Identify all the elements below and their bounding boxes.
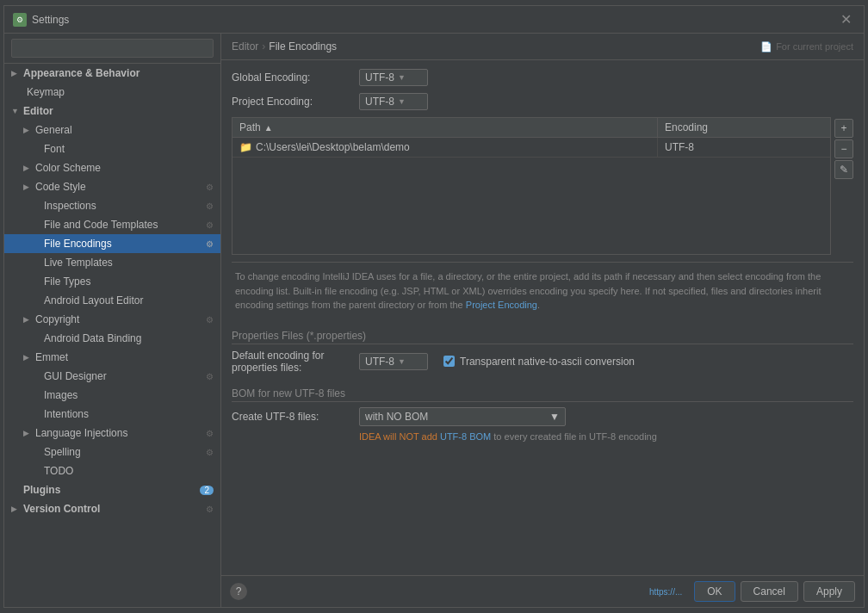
breadcrumb-separator: › — [262, 40, 265, 53]
path-value: C:\Users\lei\Desktop\belam\demo — [256, 141, 410, 153]
project-encoding-link[interactable]: Project Encoding — [466, 300, 537, 310]
sidebar-item-code-style[interactable]: ▶ Code Style ⚙ — [4, 177, 220, 196]
sidebar-item-label: Editor — [23, 105, 53, 117]
remove-row-button[interactable]: − — [834, 139, 853, 158]
sidebar-item-label: Version Control — [23, 503, 100, 515]
sidebar-item-plugins[interactable]: Plugins 2 — [4, 480, 220, 499]
settings-icon: ⚙ — [206, 220, 214, 230]
sidebar-item-android-layout-editor[interactable]: Android Layout Editor — [4, 291, 220, 310]
col-path-header: Path ▲ — [232, 118, 658, 137]
for-project-icon: 📄 — [760, 41, 772, 53]
bom-note-prefix: IDEA will NOT add — [359, 431, 440, 442]
sidebar-item-todo[interactable]: TODO — [4, 461, 220, 480]
sidebar-item-images[interactable]: Images — [4, 386, 220, 405]
transparent-checkbox[interactable] — [443, 356, 455, 367]
sidebar: ▶ Appearance & Behavior Keymap ▼ Editor … — [4, 34, 221, 607]
help-button[interactable]: ? — [230, 583, 247, 600]
content-area: Global Encoding: UTF-8 ▼ Project Encodin… — [221, 60, 864, 575]
sidebar-item-label: Intentions — [44, 408, 89, 420]
sidebar-item-label: Plugins — [23, 484, 60, 496]
breadcrumb-current: File Encodings — [269, 40, 337, 53]
sidebar-item-label: Keymap — [27, 86, 65, 98]
dropdown-arrow-icon: ▼ — [398, 357, 406, 366]
sort-arrow-icon: ▲ — [264, 123, 273, 133]
settings-icon: ⚙ — [206, 448, 214, 457]
sidebar-item-keymap[interactable]: Keymap — [4, 83, 220, 102]
properties-section-title: Properties Files (*.properties) — [232, 326, 853, 344]
sidebar-item-label: File Encodings — [44, 238, 112, 250]
sidebar-item-live-templates[interactable]: Live Templates — [4, 253, 220, 272]
sidebar-item-spelling[interactable]: Spelling ⚙ — [4, 443, 220, 461]
col-encoding-label: Encoding — [665, 121, 708, 133]
sidebar-item-intentions[interactable]: Intentions — [4, 405, 220, 424]
properties-encoding-value: UTF-8 — [365, 356, 394, 368]
ok-button[interactable]: OK — [694, 581, 735, 602]
settings-icon: ⚙ — [206, 315, 214, 325]
table-row[interactable]: 📁 C:\Users\lei\Desktop\belam\demo UTF-8 — [232, 138, 830, 158]
sidebar-item-file-types[interactable]: File Types — [4, 272, 220, 291]
sidebar-item-language-injections[interactable]: ▶ Language Injections ⚙ — [4, 424, 220, 443]
arrow-icon: ▶ — [23, 126, 32, 134]
bom-dropdown[interactable]: with NO BOM ▼ — [359, 407, 566, 426]
search-input[interactable] — [11, 39, 214, 58]
table-section: Path ▲ Encoding 📁 C:\Users\l — [232, 117, 853, 255]
sidebar-item-appearance[interactable]: ▶ Appearance & Behavior — [4, 64, 220, 83]
sidebar-item-label: Code Style — [35, 181, 86, 193]
sidebar-item-label: General — [35, 124, 72, 136]
settings-icon: ⚙ — [206, 239, 214, 249]
sidebar-item-color-scheme[interactable]: ▶ Color Scheme — [4, 158, 220, 177]
apply-button[interactable]: Apply — [803, 581, 855, 602]
search-box — [4, 34, 220, 64]
sidebar-item-font[interactable]: Font — [4, 139, 220, 158]
sidebar-item-copyright[interactable]: ▶ Copyright ⚙ — [4, 310, 220, 329]
properties-encoding-dropdown[interactable]: UTF-8 ▼ — [359, 353, 428, 370]
bom-dropdown-arrow-icon: ▼ — [549, 411, 560, 423]
bom-note-link[interactable]: UTF-8 BOM — [440, 431, 491, 442]
sidebar-item-version-control[interactable]: ▶ Version Control ⚙ — [4, 499, 220, 518]
sidebar-item-label: Inspections — [44, 200, 96, 212]
settings-dialog: ⚙ Settings ✕ ▶ Appearance & Behavior Key… — [3, 5, 865, 608]
sidebar-item-emmet[interactable]: ▶ Emmet — [4, 348, 220, 367]
sidebar-item-general[interactable]: ▶ General — [4, 121, 220, 139]
for-project-label: For current project — [776, 41, 853, 52]
folder-icon: 📁 — [239, 141, 252, 153]
sidebar-item-label: Images — [44, 389, 78, 401]
dialog-title: Settings — [32, 14, 69, 26]
bom-section: BOM for new UTF-8 files Create UTF-8 fil… — [232, 384, 853, 442]
properties-section: Properties Files (*.properties) Default … — [232, 326, 853, 374]
sidebar-item-editor[interactable]: ▼ Editor — [4, 102, 220, 121]
title-bar-left: ⚙ Settings — [13, 13, 69, 27]
col-path-label: Path — [239, 121, 261, 133]
breadcrumb: Editor › File Encodings 📄 For current pr… — [221, 34, 864, 60]
sidebar-item-label: Spelling — [44, 446, 81, 458]
global-encoding-value: UTF-8 — [365, 71, 394, 84]
sidebar-item-label: File Types — [44, 276, 90, 288]
main-content: Editor › File Encodings 📄 For current pr… — [221, 34, 864, 607]
sidebar-item-label: Appearance & Behavior — [23, 67, 140, 79]
sidebar-item-file-code-templates[interactable]: File and Code Templates ⚙ — [4, 215, 220, 234]
global-encoding-dropdown[interactable]: UTF-8 ▼ — [359, 69, 428, 86]
properties-encoding-row: Default encoding for properties files: U… — [232, 350, 853, 374]
dropdown-arrow-icon: ▼ — [398, 73, 406, 82]
sidebar-item-inspections[interactable]: Inspections ⚙ — [4, 196, 220, 215]
add-row-button[interactable]: + — [834, 119, 853, 138]
arrow-icon: ▶ — [23, 353, 32, 362]
sidebar-item-android-data-binding[interactable]: Android Data Binding — [4, 329, 220, 348]
sidebar-item-label: Android Data Binding — [44, 332, 141, 344]
arrow-icon: ▶ — [23, 164, 32, 172]
project-encoding-dropdown[interactable]: UTF-8 ▼ — [359, 93, 428, 110]
cancel-button[interactable]: Cancel — [741, 581, 798, 602]
global-encoding-row: Global Encoding: UTF-8 ▼ — [232, 69, 853, 86]
settings-icon: ⚙ — [206, 201, 214, 211]
sidebar-item-gui-designer[interactable]: GUI Designer ⚙ — [4, 367, 220, 386]
project-encoding-value: UTF-8 — [365, 96, 394, 108]
edit-row-button[interactable]: ✎ — [834, 160, 853, 179]
td-path: 📁 C:\Users\lei\Desktop\belam\demo — [232, 138, 658, 157]
sidebar-item-file-encodings[interactable]: File Encodings ⚙ — [4, 234, 220, 253]
bom-value: with NO BOM — [365, 411, 428, 423]
col-encoding-header: Encoding — [658, 118, 830, 137]
url-display: https://... — [649, 587, 682, 597]
properties-encoding-label: Default encoding for properties files: — [232, 350, 352, 374]
close-button[interactable]: ✕ — [837, 11, 855, 28]
sidebar-item-label: Language Injections — [35, 427, 127, 439]
